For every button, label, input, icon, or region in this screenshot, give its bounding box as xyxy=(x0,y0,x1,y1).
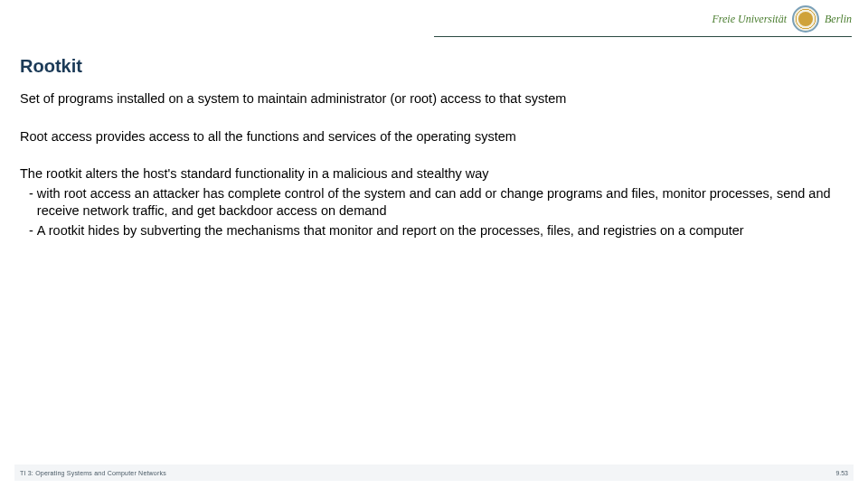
university-seal-icon xyxy=(792,5,819,33)
dash-icon: - xyxy=(29,185,33,221)
university-name-right: Berlin xyxy=(825,13,852,26)
seal-inner-icon xyxy=(798,12,813,26)
paragraph-3: The rootkit alters the host's standard f… xyxy=(20,165,848,183)
paragraph-2: Root access provides access to all the f… xyxy=(20,128,848,146)
sub-item-1-text: with root access an attacker has complet… xyxy=(37,185,848,221)
footer-left: TI 3: Operating Systems and Computer Net… xyxy=(20,470,166,476)
sub-item-1: - with root access an attacker has compl… xyxy=(29,185,848,221)
paragraph-1: Set of programs installed on a system to… xyxy=(20,90,848,108)
sub-item-2-text: A rootkit hides by subverting the mechan… xyxy=(37,222,848,240)
slide: Freie Universität Berlin Rootkit Set of … xyxy=(0,0,868,488)
sub-item-2: - A rootkit hides by subverting the mech… xyxy=(29,222,848,240)
header-divider xyxy=(434,36,852,37)
header-logo: Freie Universität Berlin xyxy=(712,5,852,33)
sublist: - with root access an attacker has compl… xyxy=(29,185,848,240)
dash-icon: - xyxy=(29,222,33,240)
footer: TI 3: Operating Systems and Computer Net… xyxy=(14,465,854,481)
slide-body: Set of programs installed on a system to… xyxy=(20,90,848,241)
university-name-left: Freie Universität xyxy=(712,13,787,26)
slide-title: Rootkit xyxy=(20,56,82,77)
footer-page-number: 9.53 xyxy=(835,470,848,476)
